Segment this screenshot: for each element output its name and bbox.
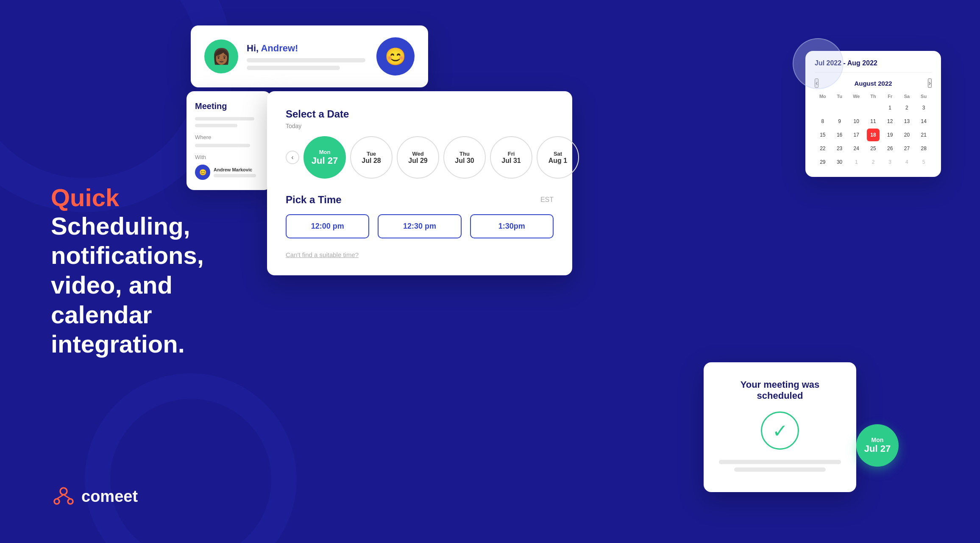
cal-cell[interactable]: 27	[900, 142, 913, 155]
cal-cell[interactable]: 30	[833, 156, 846, 168]
cal-cell[interactable]: 14	[917, 115, 930, 128]
cal-cell[interactable]: 17	[850, 129, 863, 141]
green-badge-date: Jul 27	[864, 443, 891, 454]
cal-cell[interactable]: 19	[884, 129, 896, 141]
date-circle-5[interactable]: Sat Aug 1	[537, 136, 579, 179]
cal-cell[interactable]: 11	[867, 115, 880, 128]
cal-cell[interactable]	[867, 101, 880, 114]
date-day-4: Fri	[508, 151, 515, 157]
greeting-text: Hi, Andrew!	[247, 43, 368, 54]
date-picker-row: ‹ Mon Jul 27 Tue Jul 28 Wed Jul 29 Thu J…	[286, 136, 554, 179]
date-circle-3[interactable]: Thu Jul 30	[443, 136, 486, 179]
cal-cell[interactable]: 24	[850, 142, 863, 155]
select-date-title: Select a Date	[286, 108, 554, 120]
cal-cell[interactable]: 10	[850, 115, 863, 128]
date-circle-4[interactable]: Fri Jul 31	[490, 136, 532, 179]
cal-header-tu: Tu	[832, 92, 848, 101]
confirmation-title: Your meeting was scheduled	[719, 379, 841, 401]
cal-cell[interactable]: 29	[816, 156, 829, 168]
time-btn-2[interactable]: 1:30pm	[470, 214, 554, 238]
where-line	[195, 144, 250, 147]
cal-cell[interactable]: 12	[884, 115, 896, 128]
time-btn-0[interactable]: 12:00 pm	[286, 214, 369, 238]
time-btn-1[interactable]: 12:30 pm	[378, 214, 461, 238]
cal-cell[interactable]: 5	[917, 156, 930, 168]
cal-cell[interactable]: 15	[816, 129, 829, 141]
profile-info: Hi, Andrew!	[247, 43, 368, 70]
cal-header-we: We	[848, 92, 864, 101]
cal-cell[interactable]: 2	[867, 156, 880, 168]
person-mini-avatar: 😊	[195, 165, 210, 180]
cal-header-mo: Mo	[815, 92, 831, 101]
cal-cell[interactable]: 3	[884, 156, 896, 168]
pick-time-row: Pick a Time EST	[286, 194, 554, 206]
profile-line-2	[247, 66, 340, 70]
scheduling-card: Select a Date Today ‹ Mon Jul 27 Tue Jul…	[267, 91, 572, 275]
profile-card: 👩🏾 Hi, Andrew! 😊	[191, 25, 428, 87]
cal-next-button[interactable]: ›	[928, 78, 932, 88]
cal-cell[interactable]: 21	[917, 129, 930, 141]
with-label: With	[195, 154, 263, 160]
cal-cell[interactable]: 16	[833, 129, 846, 141]
date-prev-button[interactable]: ‹	[286, 151, 299, 164]
svg-point-2	[68, 499, 73, 504]
date-day-5: Sat	[554, 151, 562, 157]
date-day-3: Thu	[459, 151, 470, 157]
cal-cell[interactable]: 3	[917, 101, 930, 114]
svg-line-3	[57, 495, 64, 499]
logo-text: comeet	[81, 487, 138, 506]
cal-cell[interactable]: 1	[850, 156, 863, 168]
cal-header-sa: Sa	[899, 92, 915, 101]
svg-point-1	[54, 499, 59, 504]
cal-grid: Mo Tu We Th Fr Sa Su 1 2 3 8 9 10 11 12 …	[815, 92, 932, 168]
person-name-line	[214, 174, 256, 177]
find-time-link[interactable]: Can't find a suitable time?	[286, 251, 554, 258]
user-avatar-left: 👩🏾	[204, 39, 238, 73]
cal-cell[interactable]: 2	[900, 101, 913, 114]
date-num-3: Jul 30	[455, 157, 474, 165]
comeet-logo-icon	[51, 484, 76, 509]
meeting-line-2	[195, 124, 237, 127]
cal-cell[interactable]: 23	[833, 142, 846, 155]
svg-line-4	[64, 495, 70, 499]
date-circle-2[interactable]: Wed Jul 29	[397, 136, 439, 179]
cal-cell[interactable]: 9	[833, 115, 846, 128]
meeting-card-title: Meeting	[195, 101, 263, 111]
cards-area: 👩🏾 Hi, Andrew! 😊 Meeting Where With 😊 An…	[187, 25, 941, 518]
date-circle-1[interactable]: Tue Jul 28	[350, 136, 393, 179]
conf-line-1	[719, 460, 841, 464]
person-name-area: Andrew Markovic	[214, 167, 256, 177]
pick-time-title: Pick a Time	[286, 194, 342, 206]
check-circle: ✓	[761, 411, 799, 450]
date-num-0: Jul 27	[312, 155, 338, 166]
cal-cell[interactable]: 13	[900, 115, 913, 128]
date-day-2: Wed	[412, 151, 423, 157]
cal-cell[interactable]: 26	[884, 142, 896, 155]
cal-cell[interactable]: 28	[917, 142, 930, 155]
cal-cell[interactable]	[850, 101, 863, 114]
cal-cell[interactable]: 1	[884, 101, 896, 114]
cal-month-title: August 2022	[854, 80, 892, 87]
meeting-person: 😊 Andrew Markovic	[195, 165, 263, 180]
cal-cell[interactable]	[833, 101, 846, 114]
cal-cell[interactable]	[816, 101, 829, 114]
cal-cell[interactable]: 22	[816, 142, 829, 155]
meeting-side-card: Meeting Where With 😊 Andrew Markovic	[187, 91, 271, 190]
cal-cell[interactable]: 8	[816, 115, 829, 128]
cal-header-th: Th	[865, 92, 881, 101]
svg-point-0	[60, 488, 67, 495]
date-circle-0[interactable]: Mon Jul 27	[303, 136, 346, 179]
mini-cal-badge: 18	[793, 38, 844, 89]
check-mark-icon: ✓	[772, 420, 788, 442]
green-date-badge: Mon Jul 27	[856, 424, 899, 467]
cal-header-fr: Fr	[882, 92, 898, 101]
date-num-1: Jul 28	[362, 157, 381, 165]
person-name: Andrew Markovic	[214, 167, 256, 172]
cal-cell[interactable]: 4	[900, 156, 913, 168]
cal-cell-today[interactable]: 18	[867, 129, 880, 141]
date-num-4: Jul 31	[501, 157, 521, 165]
confirmation-card: Your meeting was scheduled ✓	[704, 362, 856, 492]
cal-cell[interactable]: 25	[867, 142, 880, 155]
today-label: Today	[286, 123, 554, 129]
cal-cell[interactable]: 20	[900, 129, 913, 141]
